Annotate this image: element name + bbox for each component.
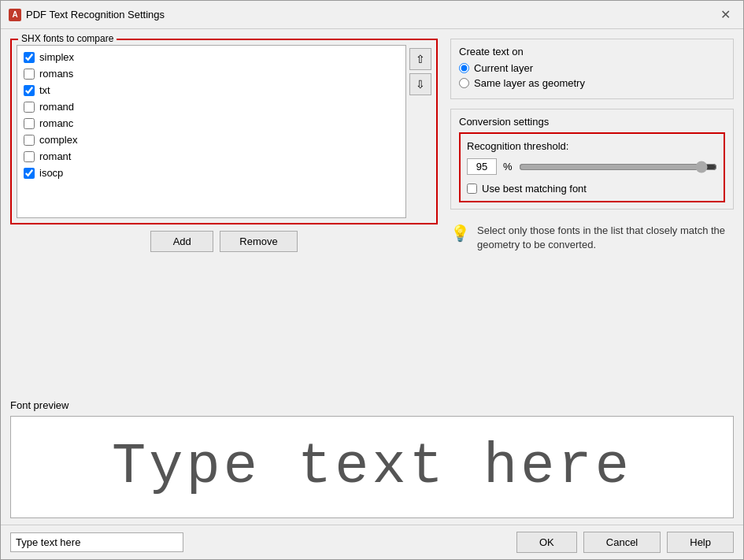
font-list-item: isocp [17,165,405,181]
same-layer-label: Same layer as geometry [474,77,585,89]
dialog-window: A PDF Text Recognition Settings ✕ SHX fo… [0,0,744,560]
font-checkbox-romans[interactable] [24,69,35,80]
conversion-title: Conversion settings [459,116,725,128]
same-layer-radio[interactable] [459,78,469,88]
title-bar-left: A PDF Text Recognition Settings [9,9,165,21]
add-remove-row: Add Remove [10,231,438,252]
info-text: Select only those fonts in the list that… [477,224,734,252]
threshold-slider[interactable] [519,161,717,173]
preview-text-input[interactable] [10,532,183,552]
font-name-label: romanc [39,117,73,129]
bottom-bar: OK Cancel Help [1,525,743,559]
bulb-icon: 💡 [450,224,469,243]
font-checkbox-romanc[interactable] [24,118,35,129]
remove-button[interactable]: Remove [220,231,297,252]
font-list-item: romanc [17,115,405,132]
font-list-item: romant [17,148,405,165]
font-list: simplexromanstxtromandromanccomplexroman… [17,45,406,218]
font-list-item: complex [17,132,405,148]
font-list-item: romans [17,65,405,82]
font-list-item: simplex [17,49,405,65]
best-font-row: Use best matching font [467,183,717,195]
font-list-item: romand [17,98,405,115]
font-checkbox-isocp[interactable] [24,168,35,179]
dialog-body: SHX fonts to compare simplexromanstxtrom… [1,29,743,399]
ok-button[interactable]: OK [516,532,577,553]
slider-container [519,161,717,173]
current-layer-radio[interactable] [459,63,469,73]
font-checkbox-txt[interactable] [24,85,35,96]
move-up-button[interactable]: ⇧ [409,48,431,70]
best-font-checkbox[interactable] [467,184,477,194]
radio-same-layer-row: Same layer as geometry [459,77,725,89]
radio-current-layer-row: Current layer [459,62,725,74]
font-checkbox-simplex[interactable] [24,52,35,63]
font-checkbox-romand[interactable] [24,102,35,113]
best-font-label: Use best matching font [482,183,587,195]
cancel-button[interactable]: Cancel [583,532,661,553]
font-checkbox-complex[interactable] [24,135,35,146]
font-name-label: simplex [39,51,74,63]
font-name-label: txt [39,84,50,96]
preview-label: Font preview [10,399,734,411]
recognition-box: Recognition threshold: % Use best matchi… [459,132,725,202]
percent-label: % [503,161,513,172]
shx-fonts-title: SHX fonts to compare [18,33,117,44]
preview-text: Type text here [112,435,632,499]
title-bar: A PDF Text Recognition Settings ✕ [1,1,743,29]
font-name-label: isocp [39,167,63,179]
add-button[interactable]: Add [150,231,213,252]
threshold-input[interactable] [467,158,497,175]
move-down-button[interactable]: ⇩ [409,73,431,95]
preview-section: Font preview Type text here [1,399,743,525]
font-name-label: romand [39,101,74,113]
recognition-title: Recognition threshold: [467,140,717,152]
list-arrow-buttons: ⇧ ⇩ [409,45,431,218]
info-box: 💡 Select only those fonts in the list th… [450,219,734,257]
app-icon: A [9,9,21,21]
create-text-group: Create text on Current layer Same layer … [450,39,734,99]
conversion-group: Conversion settings Recognition threshol… [450,109,734,210]
right-panel: Create text on Current layer Same layer … [450,39,734,390]
create-text-title: Create text on [459,46,725,57]
font-name-label: complex [39,134,77,146]
close-button[interactable]: ✕ [716,6,735,24]
threshold-row: % [467,158,717,175]
left-panel: SHX fonts to compare simplexromanstxtrom… [10,39,438,390]
font-checkbox-romant[interactable] [24,151,35,162]
font-name-label: romans [39,68,73,80]
font-name-label: romant [39,150,71,162]
font-list-item: txt [17,82,405,98]
preview-box: Type text here [10,416,734,518]
help-button[interactable]: Help [667,532,734,553]
current-layer-label: Current layer [474,62,533,74]
shx-inner: simplexromanstxtromandromanccomplexroman… [17,45,431,218]
dialog-title: PDF Text Recognition Settings [26,9,165,20]
shx-fonts-group: SHX fonts to compare simplexromanstxtrom… [10,39,438,224]
